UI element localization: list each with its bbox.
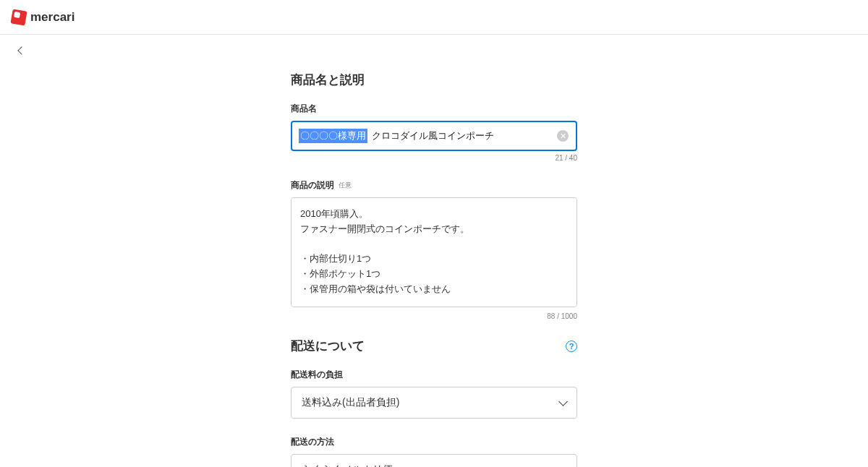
desc-char-counter: 88 / 1000: [291, 312, 577, 320]
field-shipping-method: 配送の方法 らくらくメルカリ便: [291, 436, 577, 467]
chevron-down-icon: [558, 464, 568, 467]
clear-name-button[interactable]: ✕: [557, 130, 569, 142]
chevron-down-icon: [558, 397, 568, 406]
name-selection-highlight: 〇〇〇〇様専用: [299, 129, 367, 143]
label-description-text: 商品の説明: [291, 179, 334, 192]
shipping-fee-value: 送料込み(出品者負担): [302, 396, 399, 409]
optional-badge: 任意: [339, 181, 352, 190]
form-container: 商品名と説明 商品名 〇〇〇〇様専用 クロコダイル風コインポーチ ✕ 21 / …: [291, 72, 577, 467]
product-name-input[interactable]: 〇〇〇〇様専用 クロコダイル風コインポーチ ✕: [291, 121, 577, 151]
mercari-icon: [10, 9, 27, 25]
chevron-left-icon: [17, 46, 25, 54]
field-product-name: 商品名 〇〇〇〇様専用 クロコダイル風コインポーチ ✕ 21 / 40: [291, 103, 577, 162]
help-icon[interactable]: ?: [566, 340, 577, 352]
app-header: mercari: [0, 0, 868, 35]
section-title-shipping-text: 配送について: [291, 338, 365, 354]
description-textarea[interactable]: [291, 197, 577, 307]
back-row: [0, 35, 868, 66]
label-shipping-method: 配送の方法: [291, 436, 577, 448]
label-product-name: 商品名: [291, 103, 577, 115]
shipping-method-value: らくらくメルカリ便: [302, 463, 393, 467]
back-button[interactable]: [16, 42, 27, 59]
brand-logo[interactable]: mercari: [12, 10, 75, 25]
brand-text: mercari: [30, 10, 75, 25]
label-description: 商品の説明 任意: [291, 179, 577, 192]
name-text-rest: クロコダイル風コインポーチ: [372, 129, 494, 142]
field-description: 商品の説明 任意 88 / 1000: [291, 179, 577, 320]
name-char-counter: 21 / 40: [291, 154, 577, 162]
close-icon: ✕: [560, 132, 566, 140]
label-shipping-fee: 配送料の負担: [291, 369, 577, 381]
section-title-shipping: 配送について ?: [291, 338, 577, 354]
field-shipping-fee: 配送料の負担 送料込み(出品者負担): [291, 369, 577, 419]
select-shipping-fee[interactable]: 送料込み(出品者負担): [291, 387, 577, 419]
select-shipping-method[interactable]: らくらくメルカリ便: [291, 454, 577, 467]
section-title-name: 商品名と説明: [291, 72, 577, 88]
